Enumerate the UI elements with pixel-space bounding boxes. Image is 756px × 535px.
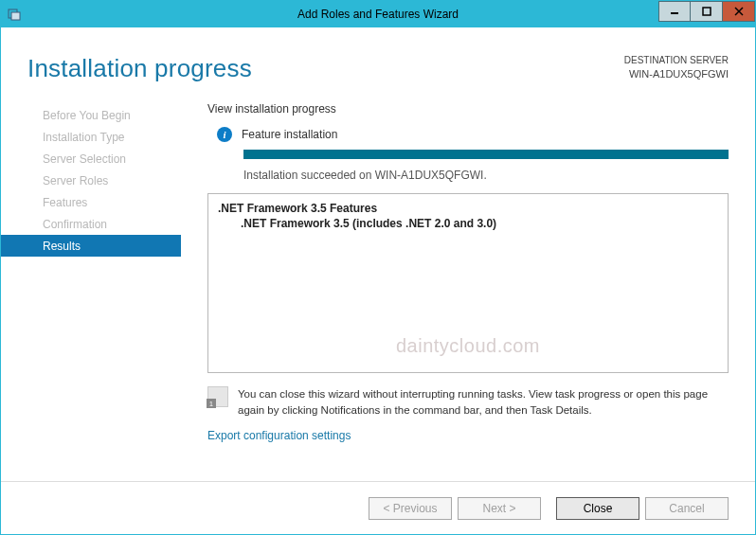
watermark: daintycloud.com bbox=[208, 335, 728, 357]
hint-text: You can close this wizard without interr… bbox=[238, 386, 729, 419]
export-config-link[interactable]: Export configuration settings bbox=[207, 429, 729, 442]
sidebar-item-results: Results bbox=[1, 235, 181, 257]
minimize-button[interactable] bbox=[658, 1, 691, 22]
next-button: Next > bbox=[458, 497, 541, 520]
window-controls bbox=[658, 1, 755, 22]
feature-parent: .NET Framework 3.5 Features bbox=[218, 202, 718, 215]
subheading: View installation progress bbox=[207, 102, 729, 116]
app-icon bbox=[7, 7, 22, 22]
page-title: Installation progress bbox=[27, 54, 252, 83]
close-button[interactable]: Close bbox=[556, 497, 639, 520]
svg-rect-1 bbox=[11, 12, 20, 20]
footer: < Previous Next > Close Cancel bbox=[1, 481, 755, 534]
sidebar-item-server-selection: Server Selection bbox=[1, 148, 181, 169]
info-icon: i bbox=[217, 127, 232, 142]
status-text: Feature installation bbox=[242, 128, 337, 141]
content-area: Installation progress DESTINATION SERVER… bbox=[1, 27, 755, 534]
svg-rect-3 bbox=[703, 8, 711, 15]
maximize-button[interactable] bbox=[691, 1, 723, 22]
sidebar-item-server-roles: Server Roles bbox=[1, 169, 181, 191]
hint-row: 1 You can close this wizard without inte… bbox=[207, 386, 729, 419]
sidebar-item-installation-type: Installation Type bbox=[1, 126, 181, 148]
flag-icon: 1 bbox=[207, 386, 228, 407]
sidebar: Before You Begin Installation Type Serve… bbox=[1, 102, 181, 481]
wizard-window: Add Roles and Features Wizard Installati… bbox=[0, 0, 756, 535]
sidebar-item-before-you-begin: Before You Begin bbox=[1, 104, 181, 126]
previous-button: < Previous bbox=[369, 497, 452, 520]
destination-label: DESTINATION SERVER bbox=[624, 54, 729, 67]
progress-bar bbox=[243, 150, 729, 159]
window-title: Add Roles and Features Wizard bbox=[1, 8, 755, 21]
feature-list: .NET Framework 3.5 Features .NET Framewo… bbox=[207, 193, 729, 373]
close-window-button[interactable] bbox=[723, 1, 755, 22]
main-panel: View installation progress i Feature ins… bbox=[181, 102, 729, 481]
feature-child: .NET Framework 3.5 (includes .NET 2.0 an… bbox=[218, 215, 718, 233]
titlebar: Add Roles and Features Wizard bbox=[1, 1, 755, 27]
cancel-button: Cancel bbox=[645, 497, 729, 520]
sidebar-item-features: Features bbox=[1, 191, 181, 213]
sidebar-item-confirmation: Confirmation bbox=[1, 213, 181, 235]
destination-name: WIN-A1DUX5QFGWI bbox=[624, 67, 729, 81]
succeeded-text: Installation succeeded on WIN-A1DUX5QFGW… bbox=[243, 169, 729, 182]
destination-server: DESTINATION SERVER WIN-A1DUX5QFGWI bbox=[624, 54, 729, 81]
